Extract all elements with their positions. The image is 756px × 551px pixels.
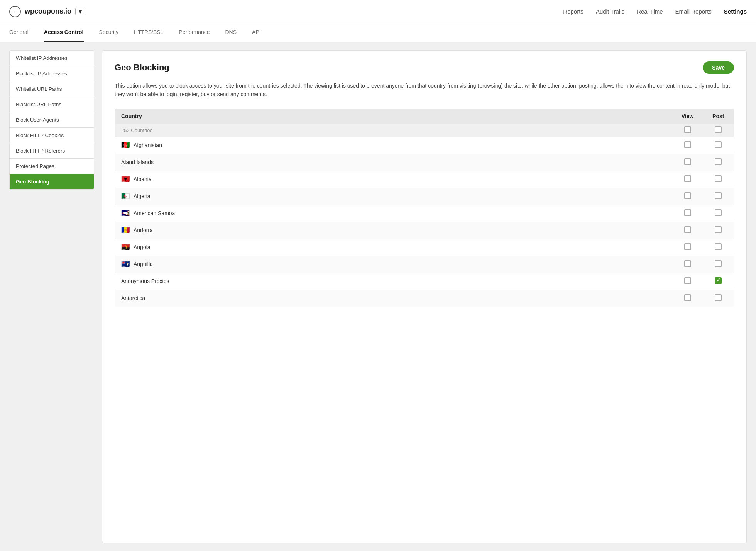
nav-email-reports[interactable]: Email Reports [675,8,712,15]
post-checkbox[interactable] [715,294,722,301]
tab-security[interactable]: Security [99,24,119,42]
country-label: Algeria [134,193,151,199]
post-checkbox[interactable] [715,243,722,250]
view-checkbox[interactable] [684,260,691,267]
view-checkbox[interactable] [684,192,691,199]
view-checkbox-cell [672,290,703,307]
col-post: Post [703,108,734,124]
flag-icon: 🇦🇩 [121,227,130,234]
country-name: 🇦🇸 American Samoa [121,210,666,217]
nav-left: ← wpcoupons.io ▼ [9,6,85,17]
country-name: Anonymous Proxies [121,278,666,284]
sidebar-item-protected-pages[interactable]: Protected Pages [9,158,94,174]
view-checkbox[interactable] [684,175,691,182]
view-checkbox-cell [672,171,703,188]
content-area: Geo Blocking Save This option allows you… [102,50,747,543]
tab-general[interactable]: General [9,24,29,42]
site-dropdown-button[interactable]: ▼ [75,8,85,15]
nav-settings[interactable]: Settings [724,8,747,15]
post-checkbox-cell [703,171,734,188]
view-checkbox[interactable] [684,226,691,233]
post-checkbox[interactable] [715,209,722,216]
country-name-cell: 🇩🇿 Algeria [115,188,672,205]
tab-https-ssl[interactable]: HTTPS/SSL [134,24,163,42]
country-name-cell: 🇦🇱 Albania [115,171,672,188]
table-row: 🇦🇸 American Samoa [115,205,734,222]
nav-reports[interactable]: Reports [563,8,583,15]
post-checkbox[interactable] [715,158,722,165]
post-checkbox[interactable] [715,141,722,148]
post-checkbox[interactable] [715,192,722,199]
country-name: 🇦🇫 Afghanistan [121,142,666,149]
country-label: Anonymous Proxies [121,278,169,284]
table-header-row: Country View Post [115,108,734,124]
tab-api[interactable]: API [252,24,261,42]
flag-icon: 🇩🇿 [121,193,130,200]
tab-access-control[interactable]: Access Control [44,24,84,42]
country-name: 🇦🇴 Angola [121,244,666,251]
table-row: 🇦🇩 Andorra [115,222,734,239]
view-checkbox-cell [672,205,703,222]
table-row: Anonymous Proxies [115,273,734,290]
view-checkbox[interactable] [684,209,691,216]
post-all-checkbox[interactable] [715,126,722,133]
nav-audit-trails[interactable]: Audit Trails [596,8,624,15]
back-button[interactable]: ← [9,6,21,17]
sidebar-item-whitelist-url[interactable]: Whitelist URL Paths [9,81,94,97]
country-table: Country View Post 252 Countries [115,108,734,307]
post-checkbox-cell [703,256,734,273]
post-all-checkbox-cell [703,124,734,137]
tab-dns[interactable]: DNS [225,24,237,42]
main-layout: Whitelist IP Addresses Blacklist IP Addr… [0,42,756,551]
col-country: Country [115,108,672,124]
sidebar-item-blacklist-ip[interactable]: Blacklist IP Addresses [9,66,94,81]
geo-blocking-description: This option allows you to block access t… [115,81,734,99]
table-row: 🇩🇿 Algeria [115,188,734,205]
view-checkbox[interactable] [684,243,691,250]
content-header: Geo Blocking Save [115,61,734,74]
post-checkbox-cell [703,222,734,239]
country-label: Aland Islands [121,159,154,165]
sidebar-item-whitelist-ip[interactable]: Whitelist IP Addresses [9,50,94,66]
flag-icon: 🇦🇮 [121,261,130,268]
post-checkbox-cell [703,188,734,205]
post-checkbox[interactable] [715,226,722,233]
post-checkbox[interactable] [715,175,722,182]
sidebar-item-block-user-agents[interactable]: Block User-Agents [9,112,94,127]
view-checkbox-cell [672,188,703,205]
post-checkbox-cell [703,273,734,290]
country-name: 🇦🇩 Andorra [121,227,666,234]
table-row: 🇦🇱 Albania [115,171,734,188]
view-checkbox-cell [672,137,703,154]
view-checkbox[interactable] [684,277,691,284]
sidebar-item-blacklist-url[interactable]: Blacklist URL Paths [9,97,94,112]
country-name-cell: 🇦🇫 Afghanistan [115,137,672,154]
save-button[interactable]: Save [703,61,734,74]
view-checkbox[interactable] [684,158,691,165]
country-name: 🇦🇮 Anguilla [121,261,666,268]
table-row: Aland Islands [115,154,734,171]
country-label: Anguilla [134,261,153,267]
nav-real-time[interactable]: Real Time [637,8,663,15]
post-checkbox[interactable] [715,260,722,267]
post-checkbox-cell [703,154,734,171]
country-name-cell: 🇦🇸 American Samoa [115,205,672,222]
view-checkbox-cell [672,273,703,290]
secondary-tabs: General Access Control Security HTTPS/SS… [0,23,756,42]
post-checkbox-cell [703,290,734,307]
flag-icon: 🇦🇱 [121,176,130,183]
sidebar-item-geo-blocking[interactable]: Geo Blocking [9,174,94,190]
post-checkbox[interactable] [715,277,722,284]
view-checkbox[interactable] [684,294,691,301]
country-label: Angola [134,244,151,250]
country-label: Afghanistan [134,142,162,148]
tab-performance[interactable]: Performance [179,24,210,42]
sidebar-item-block-referers[interactable]: Block HTTP Referers [9,143,94,158]
country-name-cell: 🇦🇩 Andorra [115,222,672,239]
view-checkbox-cell [672,256,703,273]
view-all-checkbox[interactable] [684,126,691,133]
country-label: Albania [134,176,152,182]
country-label: American Samoa [134,210,175,216]
sidebar-item-block-cookies[interactable]: Block HTTP Cookies [9,127,94,143]
view-checkbox[interactable] [684,141,691,148]
